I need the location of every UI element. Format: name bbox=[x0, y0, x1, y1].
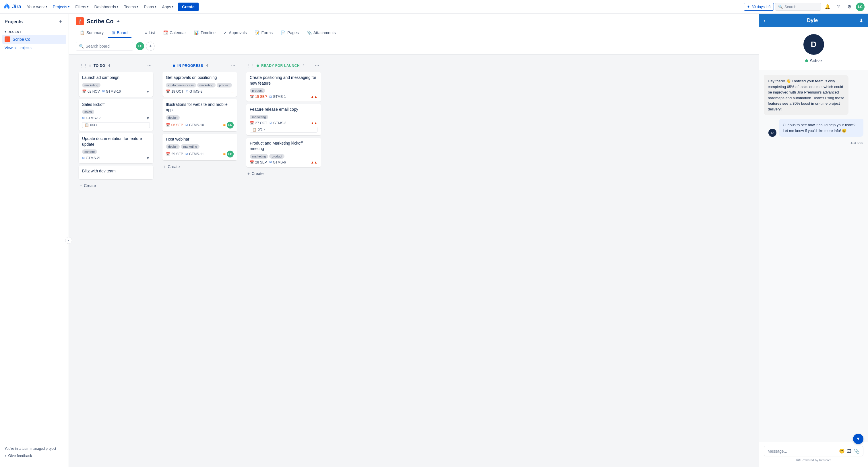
column-ready-drag-handle[interactable]: ⋮⋮ bbox=[247, 63, 255, 68]
tag-marketing-3[interactable]: marketing bbox=[181, 144, 199, 149]
image-icon[interactable]: 🖼 bbox=[847, 448, 851, 454]
project-star-icon[interactable]: ✦ bbox=[116, 19, 120, 24]
notifications-button[interactable]: 🔔 bbox=[823, 3, 832, 11]
give-feedback-link[interactable]: ↑ Give feedback bbox=[5, 453, 64, 459]
emoji-icon[interactable]: 😊 bbox=[839, 448, 845, 454]
tag-marketing[interactable]: marketing bbox=[82, 83, 100, 88]
tab-summary[interactable]: 📋 Summary bbox=[76, 28, 107, 38]
tag-marketing-2[interactable]: marketing bbox=[197, 83, 216, 88]
tag-product-3[interactable]: product bbox=[269, 154, 284, 159]
tag-design-2[interactable]: design bbox=[166, 144, 180, 149]
board-tab-icon: ⊞ bbox=[112, 30, 115, 35]
tag-marketing-5[interactable]: marketing bbox=[250, 154, 268, 159]
nav-teams[interactable]: Teams ▾ bbox=[122, 3, 141, 11]
view-all-projects-link[interactable]: View all projects bbox=[0, 44, 69, 52]
card-gtms-6[interactable]: Product and Marketing kickoff meeting ma… bbox=[246, 138, 321, 167]
attach-icon[interactable]: 📎 bbox=[854, 448, 860, 454]
nav-apps[interactable]: Apps ▾ bbox=[160, 3, 176, 11]
tag-customer-success[interactable]: customer-success bbox=[166, 83, 196, 88]
ready-create-button[interactable]: + Create bbox=[246, 170, 321, 177]
tag-product[interactable]: product bbox=[217, 83, 232, 88]
jira-logo[interactable]: Jira bbox=[3, 3, 21, 10]
tag-product-2[interactable]: product bbox=[250, 88, 265, 93]
tab-forms[interactable]: 📝 Forms bbox=[251, 28, 277, 38]
sidebar-item-scribeco[interactable]: 🍴 Scribe Co bbox=[2, 35, 66, 44]
column-ready-menu[interactable]: ··· bbox=[314, 62, 320, 69]
card-gtms-16[interactable]: Launch ad campaign marketing 📅 02 NOV ☑ … bbox=[79, 72, 153, 97]
card-gtms-11-priority: = bbox=[223, 152, 226, 156]
scroll-down-button[interactable]: ▼ bbox=[853, 434, 863, 444]
recent-section-header[interactable]: ▾ RECENT bbox=[2, 29, 66, 35]
card-gtms-6-tags: marketing product bbox=[250, 154, 317, 159]
recent-chevron-icon: ▾ bbox=[5, 30, 6, 34]
trial-badge[interactable]: ✦ 30 days left bbox=[744, 3, 774, 11]
tab-approvals[interactable]: ✓ Approvals bbox=[220, 28, 251, 38]
search-board-icon: 🔍 bbox=[79, 44, 84, 48]
card-gtms-6-date: 📅 28 SEP bbox=[250, 160, 267, 164]
card-gtms-3-meta-left: 📅 27 OCT ☑ GTMS-3 bbox=[250, 121, 286, 125]
card-gtms-11-meta-left: 📅 29 SEP ☑ GTMS-11 bbox=[166, 152, 204, 156]
gtms-17-subtask-count[interactable]: 📋 0/3 › bbox=[82, 122, 150, 128]
card-gtms-1[interactable]: Create positioning and messaging for new… bbox=[246, 72, 321, 102]
nav-your-work[interactable]: Your work ▾ bbox=[25, 3, 50, 11]
project-name: Scribe Co bbox=[87, 18, 113, 25]
column-inprogress-menu[interactable]: ··· bbox=[230, 62, 237, 69]
chat-message-input[interactable] bbox=[768, 449, 837, 454]
card-gtms-11[interactable]: Host webinar design marketing 📅 29 SEP ☑… bbox=[162, 134, 237, 161]
column-todo-menu[interactable]: ··· bbox=[146, 62, 153, 69]
card-gtms-3-date: 📅 27 OCT bbox=[250, 121, 267, 125]
gtms-3-subtask-count[interactable]: 📋 0/2 › bbox=[250, 127, 317, 133]
create-button[interactable]: Create bbox=[178, 3, 198, 11]
tab-board[interactable]: ⊞ Board bbox=[107, 28, 131, 38]
tab-timeline[interactable]: 📊 Timeline bbox=[190, 28, 220, 38]
card-gtms-10[interactable]: Illustrations for website and mobile app… bbox=[162, 99, 237, 131]
tab-list[interactable]: ≡ List bbox=[141, 28, 159, 38]
global-search[interactable]: 🔍 Search bbox=[775, 3, 821, 11]
settings-button[interactable]: ⚙ bbox=[845, 3, 854, 11]
nav-plans[interactable]: Plans ▾ bbox=[142, 3, 158, 11]
tag-content[interactable]: content bbox=[82, 149, 97, 154]
todo-create-button[interactable]: + Create bbox=[79, 181, 153, 190]
card-gtms-21[interactable]: Update documentation for feature update … bbox=[79, 133, 153, 163]
card-gtms-17[interactable]: Sales kickoff sales ☑ GTMS-17 ▼ bbox=[79, 99, 153, 131]
tag-marketing-4[interactable]: marketing bbox=[250, 115, 268, 119]
column-ready-count: 4 bbox=[303, 64, 305, 68]
add-project-button[interactable]: + bbox=[57, 19, 64, 25]
tag-sales[interactable]: sales bbox=[82, 109, 94, 114]
nav-projects[interactable]: Projects ▾ bbox=[51, 3, 72, 11]
search-board-input-wrapper[interactable]: 🔍 bbox=[76, 42, 133, 51]
tab-calendar[interactable]: 📅 Calendar bbox=[159, 28, 190, 38]
nav-filters[interactable]: Filters ▾ bbox=[73, 3, 91, 11]
board-tab-more[interactable]: ··· bbox=[131, 28, 141, 38]
card-gtms-11-meta-right: = LC bbox=[223, 151, 234, 158]
scribeco-project-icon: 🍴 bbox=[5, 36, 10, 42]
search-icon: 🔍 bbox=[778, 5, 783, 9]
card-blitz[interactable]: Blitz with dev team bbox=[79, 166, 153, 179]
sidebar-collapse-button[interactable]: ‹ bbox=[65, 237, 72, 244]
search-board-input[interactable] bbox=[86, 44, 130, 48]
card-gtms-2[interactable]: Get approvals on positioning customer-su… bbox=[162, 72, 237, 97]
column-inprogress-drag-handle[interactable]: ⋮⋮ bbox=[163, 63, 171, 68]
chat-download-button[interactable]: ⬇ bbox=[859, 18, 863, 24]
chat-back-button[interactable]: ‹ bbox=[764, 17, 766, 24]
card-gtms-10-meta: 📅 06 SEP ☑ GTMS-10 = LC bbox=[166, 122, 234, 129]
column-todo: ⋮⋮ TO DO 4 ··· Launch ad campaign market… bbox=[76, 59, 156, 193]
tab-attachments[interactable]: 📎 Attachments bbox=[303, 28, 340, 38]
inprogress-create-button[interactable]: + Create bbox=[162, 163, 237, 171]
card-gtms-3[interactable]: Feature release email copy marketing 📅 2… bbox=[246, 104, 321, 135]
user-avatar[interactable]: LC bbox=[856, 3, 865, 11]
tag-design[interactable]: design bbox=[166, 115, 180, 120]
gtms-2-checkbox-icon: ☑ bbox=[186, 90, 188, 93]
chat-input-icons: 😊 🖼 📎 bbox=[839, 448, 860, 454]
add-member-button[interactable]: + bbox=[146, 42, 155, 51]
column-todo-title: ⋮⋮ TO DO 4 bbox=[79, 63, 110, 68]
help-button[interactable]: ? bbox=[834, 3, 843, 11]
card-gtms-6-priority: ▲▲ bbox=[311, 160, 317, 164]
nav-dashboards[interactable]: Dashboards ▾ bbox=[92, 3, 121, 11]
tab-pages[interactable]: 📄 Pages bbox=[277, 28, 303, 38]
avatar-lc[interactable]: LC bbox=[135, 42, 145, 51]
column-todo-drag-handle[interactable]: ⋮⋮ bbox=[79, 63, 87, 68]
card-gtms-21-id: ☑ GTMS-21 bbox=[82, 156, 101, 160]
card-gtms-17-meta: ☑ GTMS-17 ▼ bbox=[82, 116, 150, 121]
card-gtms-16-id: ☑ GTMS-16 bbox=[102, 90, 121, 94]
